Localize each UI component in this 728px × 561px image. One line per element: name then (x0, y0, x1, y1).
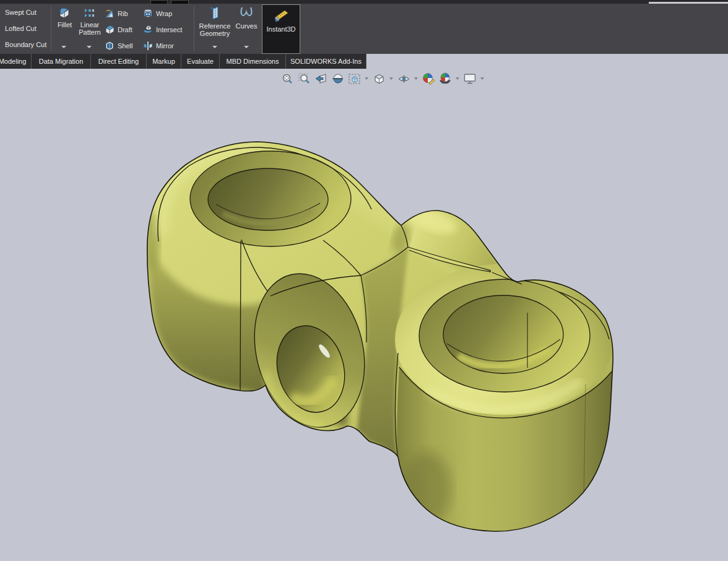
curves-icon (238, 5, 254, 21)
intersect-icon (142, 24, 154, 35)
wrap-icon (142, 8, 154, 19)
curves-label: Curves (234, 22, 259, 30)
tabbar-empty-space (366, 54, 728, 69)
wrap-button[interactable]: Wrap (142, 7, 172, 20)
instant3d-icon (272, 8, 290, 24)
curves-dropdown-caret[interactable] (244, 46, 249, 48)
rib-icon (104, 8, 115, 19)
lofted-cut-button[interactable]: Lofted Cut (5, 24, 37, 33)
intersect-button[interactable]: Intersect (142, 24, 182, 36)
draft-label: Draft (118, 24, 132, 35)
shell-label: Shell (118, 40, 132, 51)
wrap-label: Wrap (156, 8, 172, 19)
boundary-cut-button[interactable]: Boundary Cut (5, 40, 46, 49)
shell-button[interactable]: Shell (104, 40, 132, 52)
command-ribbon: Swept Cut Lofted Cut Boundary Cut Fillet… (0, 4, 728, 54)
linear-pattern-icon (83, 6, 97, 20)
tab-evaluate[interactable]: Evaluate (181, 54, 220, 69)
mirror-icon (142, 40, 154, 51)
tab-data-migration[interactable]: Data Migration (32, 54, 91, 69)
instant3d-button[interactable]: Instant3D (262, 4, 300, 54)
linear-pattern-button[interactable]: Linear Pattern (77, 6, 103, 36)
shell-icon (104, 40, 115, 51)
instant3d-label: Instant3D (266, 25, 295, 33)
fillet-icon (58, 6, 72, 20)
mirror-label: Mirror (156, 40, 174, 51)
tab-markup[interactable]: Markup (147, 54, 181, 69)
rib-button[interactable]: Rib (104, 7, 128, 20)
draft-icon (104, 24, 115, 35)
linear-pattern-dropdown-caret[interactable] (87, 46, 92, 48)
fillet-button[interactable]: Fillet (53, 6, 76, 28)
ribbon-separator (51, 6, 51, 51)
draft-button[interactable]: Draft (104, 24, 132, 36)
tab-modeling[interactable]: Modeling (0, 54, 32, 69)
linear-pattern-label: Linear Pattern (77, 21, 103, 36)
reference-geometry-label: Reference Geometry (197, 22, 233, 37)
fillet-dropdown-caret[interactable] (61, 46, 66, 48)
reference-geometry-dropdown-caret[interactable] (212, 46, 217, 48)
tab-mbd-dimensions[interactable]: MBD Dimensions (220, 54, 286, 69)
tab-direct-editing[interactable]: Direct Editing (91, 54, 147, 69)
curves-button[interactable]: Curves (234, 5, 259, 30)
fillet-label: Fillet (53, 21, 76, 28)
solidworks-window: { "colors": { "ribbon_bg": "#454549", "r… (0, 0, 728, 561)
rib-label: Rib (118, 8, 128, 19)
swept-cut-button[interactable]: Swept Cut (5, 8, 37, 17)
commandmanager-tabs: Modeling Data Migration Direct Editing M… (0, 54, 366, 69)
intersect-label: Intersect (156, 24, 182, 35)
graphics-viewport[interactable] (0, 69, 728, 561)
tab-solidworks-add-ins[interactable]: SOLIDWORKS Add-Ins (286, 54, 366, 69)
reference-geometry-button[interactable]: Reference Geometry (197, 5, 233, 37)
part-model[interactable] (0, 69, 728, 561)
reference-geometry-icon (207, 5, 223, 21)
mirror-button[interactable]: Mirror (142, 40, 174, 52)
ribbon-separator (194, 6, 194, 51)
